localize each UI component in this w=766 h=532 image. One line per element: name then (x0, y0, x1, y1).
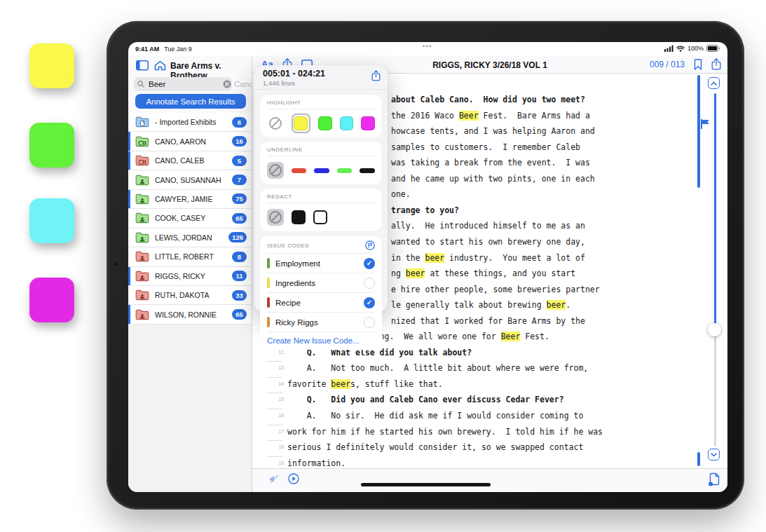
question-line[interactable]: Q. Did you and Caleb Cano ever discuss C… (287, 395, 564, 404)
witness-name: RUTH, DAKOTA (155, 291, 232, 299)
no-redact-swatch[interactable] (267, 209, 284, 226)
share-icon[interactable] (711, 58, 721, 70)
transcript-line[interactable]: favorite beers, stuff like that. (287, 379, 443, 389)
redact-section: REDACT (260, 189, 382, 231)
magenta-highlight-swatch[interactable] (361, 116, 375, 130)
redact-label: REDACT (267, 193, 375, 203)
line-range: 005:01 - 024:21 (263, 69, 379, 79)
black-redact-swatch[interactable] (292, 210, 306, 224)
search-input[interactable] (147, 79, 220, 89)
red-underline-swatch[interactable] (292, 168, 307, 173)
issue-code-row[interactable]: Recipe✓ (267, 293, 375, 313)
checked-icon[interactable]: ✓ (364, 297, 375, 308)
witness-list-item[interactable]: RIGGS, RICKY11 (128, 267, 252, 286)
person-folder-icon (135, 212, 149, 224)
witness-list-item[interactable]: CANO, AARON16 (128, 132, 252, 151)
transcript-line[interactable]: A. No sir. He did ask me if I would cons… (287, 411, 583, 421)
witness-list-item[interactable]: RUTH, DAKOTA33 (128, 286, 252, 305)
issue-code-row[interactable]: Ricky Riggs (267, 313, 375, 332)
no-highlight-swatch[interactable] (267, 115, 284, 132)
create-new-issue-code-link[interactable]: Create New Issue Code... (267, 336, 375, 345)
count-badge: 5 (232, 156, 247, 166)
signal-icon (664, 45, 673, 52)
video-folder-icon (135, 136, 149, 147)
front-camera (114, 262, 118, 266)
question-line[interactable]: trange to you? (391, 205, 459, 215)
multitask-handle-icon[interactable]: ••• (417, 43, 438, 50)
home-icon[interactable] (154, 60, 166, 71)
issue-code-row[interactable]: Ingredients (267, 273, 375, 293)
transcript-line[interactable]: samples to customers. I remember Caleb (391, 142, 580, 152)
transcript-line[interactable]: ng beer at these things, and you start (391, 268, 575, 278)
transcript-line[interactable]: one. (391, 189, 411, 199)
scrollbar-knob[interactable] (708, 323, 721, 336)
transcript-line[interactable]: le generally talk about brewing beer. (391, 300, 570, 310)
witness-list: - Imported Exhibits6 CANO, AARON16 CANO,… (128, 113, 252, 325)
black-underline-swatch[interactable] (360, 168, 375, 173)
transcript-line[interactable]: was taking a break from the event. I was (391, 158, 590, 168)
issue-color-bar (267, 258, 270, 268)
share-icon[interactable] (371, 70, 381, 81)
transcript-line[interactable]: information. (287, 458, 346, 468)
unchecked-icon[interactable] (364, 278, 375, 289)
person-folder-icon (135, 232, 149, 243)
witness-list-item[interactable]: COOK, CASEY65 (128, 209, 252, 228)
witness-list-item[interactable]: WILSON, RONNIE65 (128, 305, 252, 324)
flag-icon[interactable] (701, 119, 710, 129)
transcript-line[interactable]: ally. He introduced himself to me as an (391, 221, 585, 231)
line-count: 1,446 lines (263, 79, 379, 87)
annotate-search-results-button[interactable]: Annotate Search Results (135, 94, 246, 109)
bookmark-icon[interactable] (694, 59, 702, 70)
cyan-highlight-swatch[interactable] (340, 116, 354, 130)
green-highlight-swatch[interactable] (318, 116, 332, 130)
issue-code-label: Recipe (275, 299, 358, 307)
issue-flag-circle-icon[interactable] (365, 240, 375, 250)
play-button-icon[interactable] (288, 473, 299, 484)
count-badge: 6 (232, 117, 247, 128)
battery-percent: 100% (688, 45, 704, 52)
selected-swatch-ring[interactable] (292, 114, 311, 133)
transcript-line[interactable]: A. Not too much. A little bit about wher… (287, 363, 588, 373)
transcript-line[interactable]: in the beer industry. You meet a lot of (391, 253, 585, 263)
transcript-line[interactable]: and he came up with two pints, one in ea… (391, 174, 595, 184)
no-underline-swatch[interactable] (267, 162, 284, 179)
home-indicator[interactable] (361, 483, 491, 486)
witness-name: CAWYER, JAMIE (155, 195, 232, 203)
video-folder-icon (135, 155, 149, 166)
page-navigator-icon[interactable] (708, 472, 720, 486)
issue-code-row[interactable]: Employment✓ (267, 254, 375, 273)
witness-list-item[interactable]: LITTLE, ROBERT8 (128, 247, 252, 266)
sidebar-toggle-icon[interactable] (136, 60, 149, 71)
green-underline-swatch[interactable] (337, 168, 353, 173)
checked-icon[interactable]: ✓ (364, 258, 375, 269)
witness-list-item[interactable]: LEWIS, JORDAN126 (128, 229, 252, 247)
highlight-label: HIGHLIGHT (267, 100, 375, 109)
yellow-highlight-swatch[interactable] (294, 116, 308, 130)
search-field[interactable] (134, 77, 232, 91)
question-line[interactable]: about Caleb Cano. How did you two meet? (391, 95, 585, 104)
witness-name: RIGGS, RICKY (155, 272, 232, 280)
unchecked-icon[interactable] (364, 317, 375, 328)
witness-list-item[interactable]: CANO, SUSANNAH7 (128, 170, 252, 189)
witness-list-item[interactable]: CANO, CALEB5 (128, 151, 252, 170)
transcript-line[interactable]: serious I definitely would consider it, … (287, 442, 583, 452)
page-indicator[interactable]: 009 / 013 (650, 60, 685, 69)
mute-icon[interactable] (269, 475, 280, 484)
person-folder-icon (135, 175, 149, 186)
transcript-line[interactable]: wanted to start his own brewery one day, (391, 237, 585, 247)
transcript-line[interactable]: the 2016 Waco Beer Fest. Bare Arms had a (391, 111, 590, 121)
transcript-line[interactable]: e hire other people, some breweries part… (391, 285, 600, 294)
scroll-to-top-button[interactable] (708, 77, 720, 89)
witness-list-item[interactable]: CAWYER, JAMIE75 (128, 190, 252, 209)
clear-search-icon[interactable] (223, 80, 231, 88)
transcript-line[interactable]: nized that I worked for Bare Arms by the (391, 316, 585, 326)
white-redact-swatch[interactable] (313, 210, 327, 224)
transcript-line[interactable]: work for him if he started his own brewe… (287, 427, 603, 437)
scroll-to-bottom-button[interactable] (708, 449, 720, 461)
witness-name: - Imported Exhibits (155, 118, 232, 126)
wifi-icon (676, 46, 685, 52)
witness-list-item[interactable]: - Imported Exhibits6 (128, 113, 252, 132)
blue-underline-swatch[interactable] (314, 168, 329, 173)
line-number: 15 (267, 397, 284, 402)
transcript-line[interactable]: howcase tents, and I was helping Aaron a… (391, 126, 595, 136)
